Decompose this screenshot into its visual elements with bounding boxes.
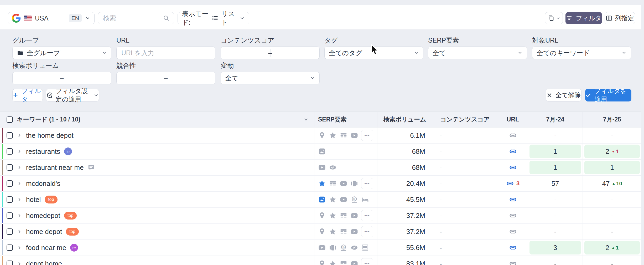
sort-chevron-icon[interactable] (303, 117, 309, 123)
image-icon (318, 196, 326, 203)
content-score-cell: - (432, 224, 498, 239)
note-icon[interactable] (88, 164, 95, 171)
keyword-label[interactable]: depot home (26, 260, 62, 265)
rank-cell: - (583, 192, 641, 207)
serp-more-button[interactable]: ••• (361, 130, 373, 141)
link-icon[interactable] (509, 131, 517, 139)
rank-value: 1 (553, 147, 557, 156)
content-score-cell: - (432, 128, 498, 143)
keyword-label[interactable]: homedepot (26, 212, 60, 220)
row-checkbox[interactable] (7, 196, 13, 203)
video-icon (350, 260, 358, 265)
search-engine-selector[interactable]: USA EN (8, 12, 95, 24)
search-volume-cell: 83.1M (377, 256, 432, 265)
keyword-label[interactable]: the home depot (26, 131, 74, 140)
keyword-label[interactable]: restaurant near me (26, 164, 84, 172)
filter-target-url[interactable]: 全てのキーワード (532, 47, 631, 59)
row-checkbox[interactable] (7, 261, 13, 265)
view-mode-selector[interactable]: 表示モード: リスト (178, 12, 249, 24)
expand-chevron-icon[interactable] (17, 149, 22, 154)
rank-value: 3 (553, 244, 557, 252)
row-checkbox[interactable] (7, 244, 13, 251)
table-body: the home depot•••6.1M---restaurantsle68M… (0, 128, 641, 265)
column-header-date-2[interactable]: 7月-25 (583, 112, 641, 127)
filter-serp-features[interactable]: 全て (428, 47, 527, 59)
filter-input-url[interactable] (121, 49, 211, 57)
rank-value: - (554, 212, 557, 220)
keyword-cell: restaurantsle (0, 144, 314, 159)
row-checkbox[interactable] (7, 212, 13, 219)
filter-competition[interactable]: – (116, 72, 215, 84)
keyword-label[interactable]: hotel (26, 196, 41, 204)
rank-cell: - (528, 128, 583, 143)
expand-chevron-icon[interactable] (17, 165, 22, 170)
rank-value: 2 (605, 244, 609, 252)
column-header-content-score[interactable]: コンテンツスコア (432, 112, 498, 127)
link-icon[interactable] (506, 180, 514, 187)
search-volume-cell: 20.4M (377, 176, 432, 191)
filter-content-score[interactable]: – (221, 47, 320, 59)
link-icon[interactable] (509, 164, 517, 171)
link-icon[interactable] (509, 196, 517, 203)
rank-cell: - (583, 208, 641, 223)
add-filter-button[interactable]: フィルタ (12, 89, 43, 101)
keyword-label[interactable]: restaurants (26, 147, 60, 156)
column-header-date-1[interactable]: 7月-24 (528, 112, 583, 127)
filter-group[interactable]: 全グループ (12, 47, 111, 59)
star-icon (318, 180, 326, 187)
apply-filters-button[interactable]: フィルタを適用 (585, 89, 631, 101)
rank-cell: 1 (583, 160, 641, 175)
keyword-label[interactable]: home depot (26, 228, 62, 236)
expand-chevron-icon[interactable] (17, 245, 22, 250)
video-icon (350, 228, 358, 236)
rank-value-wrap: - (611, 260, 613, 265)
filter-url[interactable] (116, 47, 215, 59)
expand-chevron-icon[interactable] (17, 229, 22, 234)
filter-change[interactable]: 全て (221, 72, 320, 84)
expand-chevron-icon[interactable] (17, 261, 22, 265)
keyword-label[interactable]: mcdonald's (26, 180, 60, 188)
column-header-keyword[interactable]: キーワード (1 - 10 / 10) (0, 112, 314, 127)
link-icon[interactable] (509, 228, 517, 236)
filter-toggle-button[interactable]: フィルタ (565, 12, 602, 24)
row-checkbox[interactable] (7, 180, 13, 187)
link-icon[interactable] (509, 212, 517, 220)
expand-chevron-icon[interactable] (17, 181, 22, 186)
news-icon (361, 244, 369, 252)
keyword-label[interactable]: food near me (26, 244, 66, 252)
serp-more-button[interactable]: ••• (361, 210, 373, 221)
link-icon[interactable] (509, 260, 517, 265)
row-checkbox[interactable] (7, 228, 13, 235)
expand-chevron-icon[interactable] (17, 133, 22, 138)
serp-more-button[interactable]: ••• (361, 258, 373, 265)
plus-icon (13, 92, 18, 98)
link-icon[interactable] (509, 147, 517, 155)
filter-label-competition: 競合性 (116, 62, 215, 69)
keyword-badge: top (45, 196, 57, 203)
row-checkbox[interactable] (7, 148, 13, 155)
column-header-url[interactable]: URL (498, 112, 528, 127)
row-checkbox[interactable] (7, 164, 13, 171)
copy-button[interactable] (545, 12, 563, 24)
serp-more-button[interactable]: ••• (361, 226, 373, 237)
columns-button[interactable]: 列指定 (605, 12, 635, 24)
apply-filters-label: フィルタを適用 (594, 87, 631, 104)
expand-chevron-icon[interactable] (17, 197, 22, 202)
rank-value-wrap: - (611, 212, 613, 220)
content-score-cell: - (432, 240, 498, 256)
rank-cell: - (583, 256, 641, 265)
serp-more-button[interactable]: ••• (361, 178, 373, 189)
search-input[interactable] (102, 14, 160, 22)
clear-all-button[interactable]: 全て解除 (546, 89, 581, 101)
search-icon (163, 15, 170, 22)
link-icon[interactable] (509, 244, 517, 252)
column-header-volume[interactable]: 検索ボリューム (377, 112, 432, 127)
table-row: home depottop•••37.2M--- (0, 224, 641, 240)
apply-filter-preset-button[interactable]: フィルタ設定の適用 (46, 89, 99, 101)
expand-chevron-icon[interactable] (17, 213, 22, 218)
select-all-checkbox[interactable] (7, 116, 13, 123)
rank-cell: 2▲1 (583, 240, 641, 256)
column-header-serp[interactable]: SERP要素 (314, 112, 377, 127)
filter-search-volume[interactable]: – (12, 72, 111, 84)
row-checkbox[interactable] (7, 132, 13, 139)
